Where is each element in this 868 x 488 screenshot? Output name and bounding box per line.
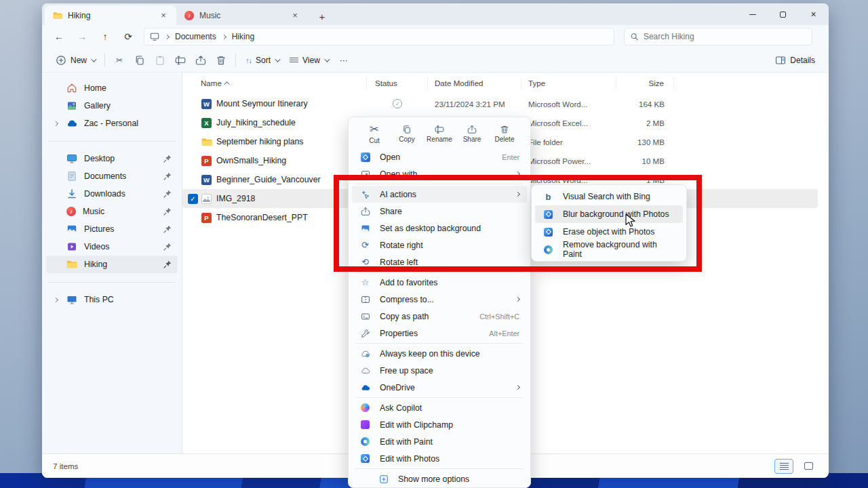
properties-icon — [361, 329, 370, 338]
view-icon — [290, 58, 298, 62]
breadcrumb[interactable]: Documents Hiking — [144, 28, 614, 45]
tab-close-icon[interactable]: × — [289, 9, 301, 22]
menu-item-ask-copilot[interactable]: Ask Copilot — [352, 399, 527, 416]
sidebar-item-home[interactable]: Home — [46, 79, 178, 97]
new-button[interactable]: New — [50, 51, 100, 70]
sidebar-item-downloads[interactable]: Downloads — [46, 185, 178, 203]
menu-item-open[interactable]: Open Enter — [352, 148, 527, 165]
delete-quick-button[interactable]: Delete — [490, 125, 519, 143]
paste-button[interactable] — [150, 51, 170, 70]
menu-item-rotate-right[interactable]: ⟳ Rotate right — [352, 237, 527, 253]
search-input[interactable] — [644, 32, 806, 41]
submenu-item-remove-background-paint[interactable]: Remove background with Paint — [535, 241, 683, 258]
folder-icon — [66, 259, 77, 270]
details-view-button[interactable] — [774, 459, 793, 474]
column-header-date-modified[interactable]: Date Modified — [428, 77, 521, 89]
sidebar-item-documents[interactable]: Documents — [46, 167, 178, 185]
menu-item-add-to-favorites[interactable]: ☆ Add to favorites — [352, 274, 527, 291]
breadcrumb-hiking[interactable]: Hiking — [232, 32, 254, 41]
close-button[interactable]: × — [798, 3, 829, 25]
sidebar-item-label: Pictures — [84, 224, 156, 234]
menu-item-properties[interactable]: Properties Alt+Enter — [352, 325, 527, 342]
menu-item-edit-with-photos[interactable]: Edit with Photos — [352, 450, 527, 467]
up-button[interactable]: ↑ — [95, 28, 115, 45]
menu-item-edit-with-clipchamp[interactable]: Edit with Clipchamp — [352, 416, 527, 433]
menu-item-show-more-options[interactable]: Show more options — [370, 470, 527, 487]
breadcrumb-documents[interactable]: Documents — [175, 32, 216, 41]
file-size: 130 MB — [616, 138, 674, 146]
tab-music[interactable]: ♪ Music × — [176, 5, 308, 25]
submenu-item-blur-background-photos[interactable]: Blur background with Photos — [535, 205, 683, 223]
forward-button[interactable]: → — [72, 28, 92, 45]
share-quick-button[interactable]: Share — [457, 125, 487, 143]
back-button[interactable]: ← — [49, 28, 69, 45]
menu-item-onedrive[interactable]: OneDrive — [352, 379, 527, 396]
chevron-expand-icon[interactable] — [53, 121, 58, 125]
cut-quick-button[interactable]: ✂ Cut — [359, 123, 389, 144]
column-header-type[interactable]: Type — [521, 77, 616, 89]
menu-item-set-as-desktop-background[interactable]: Set as desktop background — [352, 220, 527, 237]
menu-item-free-up-space[interactable]: Free up space — [352, 362, 527, 379]
delete-button[interactable] — [211, 51, 231, 70]
checkbox-checked-icon[interactable]: ✓ — [188, 194, 198, 204]
large-icons-view-button[interactable] — [799, 459, 818, 474]
menu-item-rotate-left[interactable]: ⟲ Rotate left — [352, 253, 527, 270]
sidebar-item-videos[interactable]: Videos — [46, 238, 178, 256]
menu-item-open-with[interactable]: Open with — [352, 165, 527, 182]
sidebar-item-hiking[interactable]: Hiking — [46, 256, 178, 273]
chevron-expand-icon[interactable] — [53, 297, 58, 302]
trash-icon — [216, 55, 226, 66]
word-file-icon: W — [201, 175, 212, 185]
sidebar-item-desktop[interactable]: Desktop — [46, 150, 178, 167]
sidebar-item-label: Desktop — [84, 154, 156, 163]
view-button[interactable]: View — [284, 51, 334, 70]
rename-quick-button[interactable]: Rename — [425, 125, 454, 143]
copy-path-icon — [361, 312, 370, 321]
refresh-button[interactable]: ⟳ — [118, 28, 138, 45]
sort-label: Sort — [256, 56, 271, 65]
details-pane-button[interactable]: Details — [770, 51, 821, 70]
column-header-status[interactable]: Status — [367, 77, 428, 89]
submenu-item-visual-search-bing[interactable]: b Visual Search with Bing — [535, 188, 683, 205]
copy-icon — [134, 55, 145, 66]
menu-item-ai-actions[interactable]: AI actions — [352, 186, 527, 203]
sidebar-item-music[interactable]: ♪ Music — [46, 203, 178, 220]
sidebar-item-gallery[interactable]: Gallery — [46, 97, 178, 115]
sidebar-item-this-pc[interactable]: This PC — [46, 291, 178, 308]
cut-icon: ✂ — [370, 123, 378, 136]
file-type: Microsoft Excel... — [521, 119, 616, 127]
tab-hiking[interactable]: Hiking × — [45, 5, 176, 25]
copy-quick-button[interactable]: Copy — [392, 125, 422, 143]
copy-button[interactable] — [130, 51, 150, 70]
more-options-button[interactable]: ··· — [334, 51, 354, 70]
column-header-size[interactable]: Size — [616, 77, 674, 89]
menu-item-share[interactable]: Share — [352, 203, 527, 220]
ai-actions-submenu: b Visual Search with Bing Blur backgroun… — [531, 184, 687, 262]
submenu-item-erase-object-photos[interactable]: Erase object with Photos — [535, 223, 683, 241]
pin-icon — [163, 260, 172, 269]
star-icon: ☆ — [359, 277, 371, 287]
menu-item-copy-as-path[interactable]: Copy as path Ctrl+Shift+C — [352, 308, 527, 325]
cut-button[interactable]: ✂ — [109, 51, 130, 70]
sidebar-item-onedrive-personal[interactable]: Zac - Personal — [46, 115, 178, 132]
column-header-name[interactable]: Name — [188, 77, 367, 89]
share-button[interactable] — [191, 51, 211, 70]
sort-button[interactable]: ↑↓ Sort — [240, 51, 284, 70]
file-row-mount-seymour[interactable]: W Mount Seymour Itinerary ✓ 23/11/2024 3… — [182, 94, 818, 113]
file-name: OwnSmalls_Hiking — [216, 156, 367, 165]
menu-item-edit-with-paint[interactable]: Edit with Paint — [352, 433, 527, 450]
tab-close-icon[interactable]: × — [157, 9, 170, 22]
rename-button[interactable] — [170, 51, 191, 70]
menu-item-compress-to[interactable]: Compress to... — [352, 291, 527, 308]
file-name: Beginner_Guide_Vancouver — [216, 175, 367, 184]
new-tab-button[interactable]: + — [313, 7, 331, 25]
sidebar-item-pictures[interactable]: Pictures — [46, 220, 178, 238]
ai-actions-icon — [361, 190, 370, 199]
maximize-button[interactable] — [768, 3, 798, 25]
menu-divider — [355, 397, 524, 398]
item-count: 7 items — [53, 462, 78, 470]
photos-icon — [544, 210, 553, 219]
search-box[interactable] — [624, 28, 812, 45]
minimize-button[interactable] — [737, 3, 768, 25]
menu-item-always-keep-on-device[interactable]: Always keep on this device — [352, 345, 527, 362]
